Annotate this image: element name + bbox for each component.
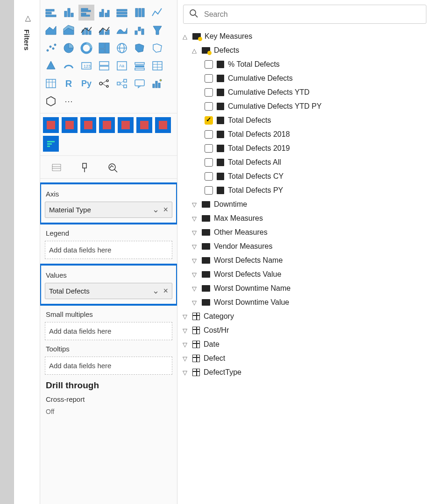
tree-measure-row[interactable]: Cumulative Defects YTD bbox=[177, 85, 432, 99]
viz-filled-map[interactable] bbox=[132, 40, 148, 56]
tree-folder-row[interactable]: Max Measures bbox=[177, 211, 432, 225]
close-icon[interactable] bbox=[163, 206, 168, 214]
analytics-tab[interactable] bbox=[106, 161, 120, 175]
viz-python[interactable]: Py bbox=[78, 76, 94, 91]
values-field-pill[interactable]: Total Defects bbox=[45, 283, 172, 299]
tree-measure-row[interactable]: Total Defects PY bbox=[177, 183, 432, 197]
custom-viz-3[interactable] bbox=[80, 117, 96, 133]
viz-scatter[interactable] bbox=[43, 40, 59, 56]
viz-treemap[interactable] bbox=[96, 40, 112, 56]
viz-ribbon[interactable] bbox=[114, 22, 130, 38]
viz-line-stacked-column[interactable] bbox=[78, 22, 94, 38]
axis-field-pill[interactable]: Material Type bbox=[45, 202, 172, 218]
tree-measure-row[interactable]: Total Defects All bbox=[177, 155, 432, 169]
chevron-down-icon[interactable] bbox=[152, 287, 159, 295]
tree-folder-row[interactable]: Worst Defects Value bbox=[177, 267, 432, 281]
tree-table-row[interactable]: Defect bbox=[177, 351, 432, 365]
viz-line-clustered-column[interactable] bbox=[96, 22, 112, 38]
custom-viz-1[interactable] bbox=[43, 117, 59, 133]
viz-paginated-report[interactable] bbox=[43, 93, 59, 109]
custom-viz-6[interactable] bbox=[136, 117, 152, 133]
tree-table-row[interactable]: Date bbox=[177, 337, 432, 351]
checkbox[interactable] bbox=[205, 158, 213, 167]
custom-viz-4[interactable] bbox=[99, 117, 115, 133]
tree-table-row[interactable]: Cost/Hr bbox=[177, 323, 432, 337]
viz-card[interactable]: 123 bbox=[78, 58, 94, 74]
viz-r[interactable]: R bbox=[61, 76, 77, 91]
viz-clustered-column[interactable] bbox=[96, 5, 112, 21]
checkbox[interactable] bbox=[205, 102, 213, 111]
filters-label[interactable]: Filters bbox=[23, 29, 31, 50]
checkbox[interactable] bbox=[205, 60, 213, 69]
tooltips-placeholder[interactable]: Add data fields here bbox=[45, 357, 172, 375]
viz-map[interactable] bbox=[114, 40, 130, 56]
checkbox[interactable] bbox=[205, 116, 213, 125]
chevron-down-icon bbox=[191, 215, 198, 222]
viz-gauge[interactable] bbox=[61, 58, 77, 74]
viz-stacked-bar[interactable] bbox=[43, 5, 59, 21]
viz-area[interactable] bbox=[43, 22, 59, 38]
checkbox[interactable] bbox=[205, 130, 213, 139]
tree-defects[interactable]: Defects bbox=[177, 43, 432, 57]
checkbox[interactable] bbox=[205, 172, 213, 181]
tree-measure-row[interactable]: Total Defects 2018 bbox=[177, 127, 432, 141]
folder-icon bbox=[202, 201, 210, 208]
tree-measure-row[interactable]: Cumulative Defects YTD PY bbox=[177, 99, 432, 113]
tree-measure-row[interactable]: Cumulative Defects bbox=[177, 71, 432, 85]
viz-100-stacked-bar[interactable] bbox=[114, 5, 130, 21]
tree-measure-row[interactable]: Total Defects bbox=[177, 113, 432, 127]
checkbox[interactable] bbox=[205, 74, 213, 83]
viz-waterfall[interactable] bbox=[132, 22, 148, 38]
viz-key-influencers[interactable] bbox=[96, 76, 112, 91]
collapse-icon[interactable]: ▷ bbox=[22, 16, 31, 21]
custom-viz-2[interactable] bbox=[62, 117, 78, 133]
format-tab[interactable] bbox=[78, 161, 92, 175]
viz-table[interactable] bbox=[149, 58, 165, 74]
tree-folder-row[interactable]: Vendor Measures bbox=[177, 239, 432, 253]
checkbox[interactable] bbox=[205, 144, 213, 153]
close-icon[interactable] bbox=[163, 287, 168, 295]
viz-pie[interactable] bbox=[61, 40, 77, 56]
tree-measure-row[interactable]: Total Defects 2019 bbox=[177, 141, 432, 155]
chevron-down-icon[interactable] bbox=[152, 206, 159, 214]
tree-table-row[interactable]: DefectType bbox=[177, 365, 432, 379]
viz-clustered-bar[interactable] bbox=[78, 5, 94, 21]
fields-tab[interactable] bbox=[50, 161, 64, 175]
custom-viz-8[interactable] bbox=[43, 136, 59, 152]
legend-placeholder[interactable]: Add data fields here bbox=[45, 241, 172, 259]
viz-100-stacked-column[interactable] bbox=[132, 5, 148, 21]
viz-line[interactable] bbox=[149, 5, 165, 21]
viz-more[interactable]: ⋯ bbox=[61, 93, 77, 109]
tree-measure-row[interactable]: Total Defects CY bbox=[177, 169, 432, 183]
custom-viz-5[interactable] bbox=[118, 117, 134, 133]
table-icon bbox=[192, 355, 200, 362]
viz-donut[interactable] bbox=[78, 40, 94, 56]
viz-stacked-area[interactable] bbox=[61, 22, 77, 38]
checkbox[interactable] bbox=[205, 88, 213, 97]
viz-smart-narrative[interactable] bbox=[149, 76, 165, 91]
tooltips-well: Tooltips Add data fields here bbox=[44, 345, 173, 375]
tree-folder-row[interactable]: Worst Downtime Value bbox=[177, 295, 432, 309]
tree-folder-row[interactable]: Worst Defects Name bbox=[177, 253, 432, 267]
viz-qa[interactable] bbox=[132, 76, 148, 91]
tree-folder-row[interactable]: Worst Downtime Name bbox=[177, 281, 432, 295]
tree-folder-row[interactable]: Downtime bbox=[177, 197, 432, 211]
viz-stacked-column[interactable] bbox=[61, 5, 77, 21]
tree-table-row[interactable]: Category bbox=[177, 309, 432, 323]
search-input[interactable] bbox=[204, 10, 420, 19]
search-box[interactable] bbox=[183, 5, 426, 24]
tree-measure-row[interactable]: % Total Defects bbox=[177, 57, 432, 71]
checkbox[interactable] bbox=[205, 186, 213, 195]
tree-key-measures[interactable]: Key Measures bbox=[177, 29, 432, 43]
viz-kpi[interactable]: Aa bbox=[114, 58, 130, 74]
small-multiples-placeholder[interactable]: Add data fields here bbox=[45, 322, 172, 340]
viz-funnel[interactable] bbox=[149, 22, 165, 38]
viz-shape-map[interactable] bbox=[149, 40, 165, 56]
viz-slicer[interactable] bbox=[132, 58, 148, 74]
custom-viz-7[interactable] bbox=[155, 117, 171, 133]
viz-matrix[interactable] bbox=[43, 76, 59, 91]
viz-multi-row-card[interactable] bbox=[96, 58, 112, 74]
tree-folder-row[interactable]: Other Measures bbox=[177, 225, 432, 239]
viz-azure-map[interactable] bbox=[43, 58, 59, 74]
viz-decomposition-tree[interactable] bbox=[114, 76, 130, 91]
